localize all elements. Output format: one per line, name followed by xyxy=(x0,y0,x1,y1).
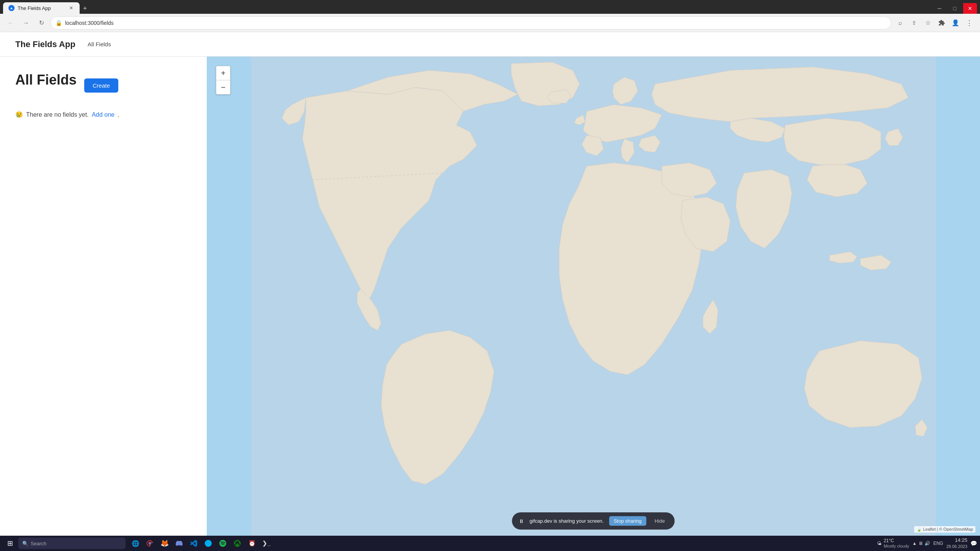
zoom-out-button[interactable]: − xyxy=(216,80,230,94)
share-button[interactable]: ⇧ xyxy=(908,17,920,29)
skype-app[interactable] xyxy=(201,536,215,550)
clock-time: 14:25 xyxy=(946,537,967,544)
spotify-app[interactable] xyxy=(216,536,230,550)
window-maximize-button[interactable]: □ xyxy=(948,3,962,14)
xbox-app[interactable] xyxy=(230,536,244,550)
forward-button[interactable]: → xyxy=(20,17,32,29)
left-panel: All Fields Create 😢 There are no fields … xyxy=(0,57,207,536)
address-bar[interactable]: 🔒 localhost:3000/fields xyxy=(51,16,891,29)
map-attribution: 🍃 Leaflet | © OpenStreetMap xyxy=(914,526,975,533)
window-minimize-button[interactable]: ─ xyxy=(933,3,946,14)
tab-title: The Fields App xyxy=(18,5,51,11)
weather-widget[interactable]: 🌤 21°C Mostly cloudy xyxy=(877,538,909,549)
discord-app[interactable] xyxy=(172,536,186,550)
windows-taskbar: ⊞ 🔍 Search 🌐 🦊 ⏰ ❯_ 🌤 21 xyxy=(0,536,980,551)
create-button[interactable]: Create xyxy=(84,78,118,93)
app-navigation: The Fields App All Fields xyxy=(0,32,980,57)
taskbar-app-list: 🌐 🦊 ⏰ ❯_ xyxy=(129,536,273,550)
main-content: All Fields Create 😢 There are no fields … xyxy=(0,57,980,536)
language-indicator[interactable]: ENG xyxy=(933,541,943,546)
stop-sharing-button[interactable]: Stop sharing xyxy=(609,516,646,526)
refresh-button[interactable]: ↻ xyxy=(35,17,47,29)
start-button[interactable]: ⊞ xyxy=(3,537,17,549)
browser-tab[interactable]: ▲ The Fields App ✕ xyxy=(3,2,80,14)
taskbar-search-box[interactable]: 🔍 Search xyxy=(18,538,126,549)
title-row: All Fields Create xyxy=(15,72,191,99)
browser-toolbar: ← → ↻ 🔒 localhost:3000/fields ⌕ ⇧ ☆ 👤 ⋮ xyxy=(0,14,980,32)
osm-attribution: | © OpenStreetMap xyxy=(937,527,973,531)
bookmark-button[interactable]: ☆ xyxy=(922,17,934,29)
taskbar-clock[interactable]: 14:25 28.06.2023 xyxy=(946,537,967,549)
empty-emoji: 😢 xyxy=(15,111,23,118)
url-text: localhost:3000/fields xyxy=(65,20,114,26)
browser-titlebar: ▲ The Fields App ✕ + ─ □ ✕ xyxy=(0,0,980,14)
hide-sharing-bar-button[interactable]: Hide xyxy=(652,516,668,526)
weather-temp: 21°C xyxy=(884,538,909,543)
screen-sharing-bar: ⏸ gifcap.dev is sharing your screen. Sto… xyxy=(512,512,675,530)
empty-text: There are no fields yet. xyxy=(26,111,89,118)
tab-close-button[interactable]: ✕ xyxy=(68,5,74,11)
taskbar-search-text: Search xyxy=(31,541,46,546)
add-one-link[interactable]: Add one xyxy=(92,111,115,118)
screen-icon[interactable]: 🖥 xyxy=(918,541,923,546)
extensions-button[interactable] xyxy=(936,17,948,29)
nav-link-all-fields[interactable]: All Fields xyxy=(88,41,111,47)
edge-app[interactable]: 🌐 xyxy=(129,536,142,550)
leaflet-attribution: 🍃 Leaflet xyxy=(916,527,936,531)
new-tab-button[interactable]: + xyxy=(80,3,90,14)
up-arrow-icon[interactable]: ▲ xyxy=(912,541,917,546)
sharing-bar-text: gifcap.dev is sharing your screen. xyxy=(529,518,604,524)
app-logo: The Fields App xyxy=(15,39,75,49)
weather-icon: 🌤 xyxy=(877,541,882,546)
app-container: The Fields App All Fields All Fields Cre… xyxy=(0,32,980,536)
window-close-button[interactable]: ✕ xyxy=(963,3,977,14)
tab-favicon: ▲ xyxy=(8,5,15,11)
weather-desc: Mostly cloudy xyxy=(884,544,909,549)
world-map-svg xyxy=(207,57,980,536)
toolbar-actions: ⌕ ⇧ ☆ 👤 ⋮ xyxy=(894,17,975,29)
back-button[interactable]: ← xyxy=(5,17,17,29)
page-title: All Fields xyxy=(15,72,77,88)
sharing-pause-icon: ⏸ xyxy=(519,518,524,524)
zoom-in-button[interactable]: + xyxy=(216,66,230,80)
volume-icon[interactable]: 🔊 xyxy=(924,541,930,546)
profile-button[interactable]: 👤 xyxy=(949,17,962,29)
empty-message: 😢 There are no fields yet. Add one . xyxy=(15,111,191,118)
search-toolbar-button[interactable]: ⌕ xyxy=(894,17,906,29)
empty-period: . xyxy=(118,111,119,118)
map-area[interactable]: + − 🍃 Leaflet | © OpenStreetMap ⏸ gifcap… xyxy=(207,57,980,536)
terminal-app[interactable]: ❯_ xyxy=(260,536,273,550)
clock-app[interactable]: ⏰ xyxy=(245,536,259,550)
taskbar-search-icon: 🔍 xyxy=(22,541,28,546)
vscode-app[interactable] xyxy=(187,536,201,550)
system-tray-icons: ▲ 🖥 🔊 xyxy=(912,541,930,546)
chrome-app[interactable] xyxy=(143,536,157,550)
notification-icon[interactable]: 💬 xyxy=(970,540,977,546)
clock-date: 28.06.2023 xyxy=(946,544,967,549)
taskbar-right-area: 🌤 21°C Mostly cloudy ▲ 🖥 🔊 ENG 14:25 28.… xyxy=(877,537,977,549)
map-zoom-controls: + − xyxy=(216,66,230,95)
menu-button[interactable]: ⋮ xyxy=(963,17,975,29)
firefox-app[interactable]: 🦊 xyxy=(158,536,172,550)
security-icon: 🔒 xyxy=(56,20,62,26)
